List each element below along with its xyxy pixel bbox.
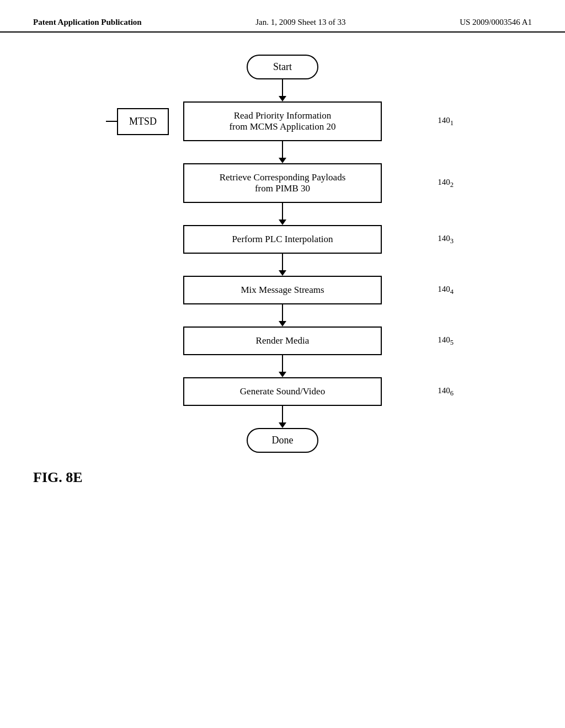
arrow-step1-to-step2 [279, 141, 286, 163]
step2-row: Retrieve Corresponding Payloadsfrom PIMB… [89, 163, 476, 203]
step1-row: MTSD Read Priority Informationfrom MCMS … [89, 101, 476, 141]
arrow-line [282, 304, 283, 321]
start-label: Start [273, 61, 292, 72]
step6-ref: 1406 [438, 386, 454, 398]
arrow-line [282, 203, 283, 220]
arrow-head [279, 158, 286, 163]
done-shape: Done [247, 428, 318, 453]
arrow-step4-to-step5 [279, 304, 286, 326]
arrow-line [282, 406, 283, 422]
arrow-start-to-step1 [279, 79, 286, 101]
mtsd-container: MTSD [106, 117, 134, 125]
step5-box: Render Media [183, 326, 382, 355]
step5-row: Render Media 1405 [89, 326, 476, 355]
step5-ref-sub: 5 [450, 339, 454, 346]
step3-ref-sub: 3 [450, 237, 454, 245]
step6-ref-sub: 6 [450, 389, 454, 397]
arrow-head [279, 372, 286, 377]
mtsd-box: MTSD [117, 108, 169, 135]
done-label: Done [272, 435, 294, 446]
arrow-line [282, 79, 283, 96]
arrow-step2-to-step3 [279, 203, 286, 225]
step4-ref-sub: 4 [450, 288, 454, 296]
step2-box: Retrieve Corresponding Payloadsfrom PIMB… [183, 163, 382, 203]
step6-box: Generate Sound/Video [183, 377, 382, 406]
step2-ref-sub: 2 [450, 181, 454, 189]
arrow-step5-to-step6 [279, 355, 286, 377]
step1-ref: 1401 [438, 116, 454, 127]
arrow-step3-to-step4 [279, 254, 286, 276]
arrow-head [279, 96, 286, 101]
arrow-head [279, 321, 286, 326]
step5-ref: 1405 [438, 335, 454, 347]
arrow-step6-to-done [279, 406, 286, 428]
step4-row: Mix Message Streams 1404 [89, 276, 476, 304]
step6-row: Generate Sound/Video 1406 [89, 377, 476, 406]
start-shape: Start [247, 55, 318, 79]
done-row: Done [89, 428, 476, 453]
arrow-head [279, 270, 286, 276]
arrow-head [279, 422, 286, 428]
start-row: Start [89, 55, 476, 79]
header-patent-number: US 2009/0003546 A1 [460, 18, 532, 27]
flowchart: Start MTSD Read Priority Informationfrom… [89, 55, 476, 453]
step2-ref: 1402 [438, 178, 454, 189]
step4-box: Mix Message Streams [183, 276, 382, 304]
step4-ref: 1404 [438, 285, 454, 296]
step3-ref: 1403 [438, 234, 454, 245]
step3-row: Perform PLC Interpolation 1403 [89, 225, 476, 254]
page-header: Patent Application Publication Jan. 1, 2… [0, 0, 565, 33]
main-content: Start MTSD Read Priority Informationfrom… [0, 33, 565, 486]
figure-caption: FIG. 8E [33, 469, 83, 486]
arrow-head [279, 220, 286, 225]
arrow-line [282, 355, 283, 372]
arrow-line [282, 141, 283, 158]
step1-ref-sub: 1 [450, 119, 454, 127]
mtsd-label: MTSD [129, 116, 157, 127]
step3-box: Perform PLC Interpolation [183, 225, 382, 254]
step1-box: Read Priority Informationfrom MCMS Appli… [183, 101, 382, 141]
header-date-sheet: Jan. 1, 2009 Sheet 13 of 33 [255, 18, 345, 27]
arrow-line [282, 254, 283, 270]
header-publication: Patent Application Publication [33, 18, 142, 27]
